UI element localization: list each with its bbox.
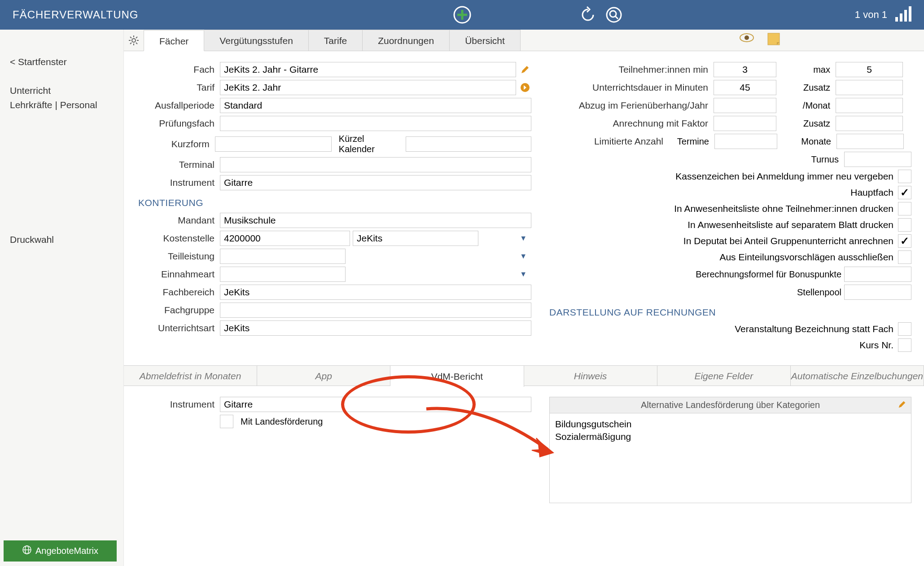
fachgruppe-input[interactable]: [220, 303, 531, 318]
kosten-label: Kostenstelle: [136, 233, 217, 244]
limit-label: Limitierte Anzahl: [549, 136, 666, 147]
subtab-hinweis[interactable]: Hinweis: [524, 366, 657, 386]
fachbereich-input[interactable]: [220, 285, 531, 300]
turnus-input[interactable]: [844, 152, 911, 167]
einnahme-select[interactable]: [220, 267, 346, 282]
search-icon[interactable]: [605, 6, 623, 24]
abzug-input[interactable]: [714, 98, 776, 113]
teiln-min-input[interactable]: [714, 62, 776, 77]
nav-lehrkraefte[interactable]: Lehrkräfte | Personal: [10, 100, 114, 110]
cb-einteil[interactable]: [898, 250, 911, 264]
svg-line-5: [615, 16, 618, 19]
sidebar: < Startfenster Unterricht Lehrkräfte | P…: [0, 30, 124, 566]
cb-deputat[interactable]: ✓: [898, 234, 911, 248]
angebote-matrix-button[interactable]: AngeboteMatrix: [4, 540, 117, 562]
tab-verguetung[interactable]: Vergütungsstufen: [204, 30, 308, 51]
subtabs: Abmeldefrist in Monaten App VdM-Bericht …: [124, 365, 924, 386]
svg-rect-7: [900, 13, 902, 22]
teiln-label: Teilnehmer:innen min: [549, 64, 711, 75]
kurz-label: Kurzform: [136, 139, 212, 149]
angebote-label: AngeboteMatrix: [35, 546, 98, 556]
tarif-input[interactable]: [220, 80, 516, 95]
bonus-input[interactable]: [844, 267, 911, 282]
kuerzel-input[interactable]: [406, 136, 531, 152]
kosten-num-input[interactable]: [220, 231, 350, 246]
cb-kassenzeichen[interactable]: [898, 170, 911, 183]
list-item[interactable]: Sozialermäßigung: [555, 431, 906, 442]
note-icon[interactable]: [767, 32, 780, 48]
header-right: 1 von 1: [855, 6, 911, 23]
ausfall-input[interactable]: [220, 98, 531, 113]
chevron-down-icon: ▼: [520, 270, 527, 278]
zusatz2-input[interactable]: [836, 116, 903, 131]
tab-tarife[interactable]: Tarife: [309, 30, 363, 51]
dauer-label: Unterrichtsdauer in Minuten: [549, 82, 711, 93]
subtab-abmelde[interactable]: Abmeldefrist in Monaten: [124, 366, 257, 386]
cb-einteil-label: Aus Einteilungsvorschlägen ausschließen: [719, 252, 893, 263]
pool-input[interactable]: [844, 285, 911, 300]
cb-kursnr[interactable]: [898, 338, 911, 352]
cb-anwesen2[interactable]: [898, 218, 911, 232]
unterrichtsart-label: Unterrichtsart: [136, 323, 217, 333]
subtab-app[interactable]: App: [257, 366, 390, 386]
tab-right-icons: [739, 32, 924, 48]
refresh-icon[interactable]: [579, 6, 597, 24]
svg-point-13: [132, 39, 136, 42]
cb-kursnr-label: Kurs Nr.: [859, 340, 893, 351]
cb-veranst-label: Veranstaltung Bezeichnung statt Fach: [735, 324, 893, 334]
dauer-input[interactable]: [714, 80, 776, 95]
gear-icon[interactable]: [124, 30, 144, 51]
subtab-eigene[interactable]: Eigene Felder: [657, 366, 791, 386]
page-title: FÄCHERVERWALTUNG: [13, 9, 138, 21]
zusatz-input[interactable]: [836, 80, 903, 95]
kosten-name-select[interactable]: [353, 231, 478, 246]
cb-anwesen1[interactable]: [898, 202, 911, 215]
monat-input[interactable]: [836, 98, 903, 113]
header-center: [0, 5, 924, 24]
list-item[interactable]: Bildungsgutschein: [555, 419, 906, 430]
monat-label: /Monat: [779, 101, 833, 111]
pencil-icon[interactable]: [519, 63, 531, 76]
tab-faecher[interactable]: Fächer: [144, 30, 204, 51]
einnahme-label: Einnahmeart: [136, 269, 217, 280]
termine-input[interactable]: [714, 134, 777, 149]
svg-point-3: [607, 8, 621, 22]
monate-input[interactable]: [836, 134, 904, 149]
kurz-input[interactable]: [215, 136, 332, 152]
tab-uebersicht[interactable]: Übersicht: [450, 30, 521, 51]
cb-landes[interactable]: [220, 415, 233, 428]
nav-unterricht[interactable]: Unterricht: [10, 85, 114, 96]
cb-hauptfach[interactable]: ✓: [898, 186, 911, 199]
subtab-auto[interactable]: Automatische Einzelbuchungen: [791, 366, 924, 386]
cb-anwesen1-label: In Anwesenheitsliste ohne Teilnehmer:inn…: [674, 203, 893, 214]
alt-landes-header: Alternative Landesförderung über Kategor…: [549, 397, 911, 413]
termine-label: Termine: [669, 136, 712, 147]
cb-veranst[interactable]: [898, 322, 911, 336]
right-column: Teilnehmer:innen min max Unterrichtsdaue…: [549, 62, 911, 355]
alt-landes-body: Bildungsgutschein Sozialermäßigung: [549, 413, 911, 503]
instrument-input[interactable]: [220, 175, 531, 190]
terminal-input[interactable]: [220, 157, 531, 172]
ausfall-label: Ausfallperiode: [136, 100, 217, 111]
nav-druckwahl[interactable]: Druckwahl: [10, 234, 114, 245]
anrech-input[interactable]: [714, 116, 776, 131]
pruef-label: Prüfungsfach: [136, 118, 217, 129]
sub-instrument-input[interactable]: [220, 397, 531, 412]
teill-select[interactable]: [220, 249, 346, 264]
fach-input[interactable]: [220, 62, 516, 77]
teiln-max-input[interactable]: [836, 62, 903, 77]
signal-icon[interactable]: [894, 6, 911, 23]
add-icon[interactable]: [453, 5, 472, 24]
nav-back[interactable]: < Startfenster: [10, 57, 114, 67]
cb-kassenzeichen-label: Kassenzeichen bei Anmeldung immer neu ve…: [675, 171, 893, 182]
subtab-vdm[interactable]: VdM-Bericht: [390, 365, 524, 387]
eye-icon[interactable]: [739, 32, 754, 48]
pruef-input[interactable]: [220, 116, 531, 131]
pencil-icon[interactable]: [898, 400, 906, 411]
abzug-label: Abzug im Ferienüberhang/Jahr: [549, 100, 711, 111]
unterrichtsart-input[interactable]: [220, 320, 531, 336]
mandant-input[interactable]: [220, 213, 531, 228]
tab-zuordnungen[interactable]: Zuordnungen: [363, 30, 450, 51]
cb-hauptfach-label: Hauptfach: [850, 187, 893, 198]
goto-icon[interactable]: [519, 81, 531, 94]
